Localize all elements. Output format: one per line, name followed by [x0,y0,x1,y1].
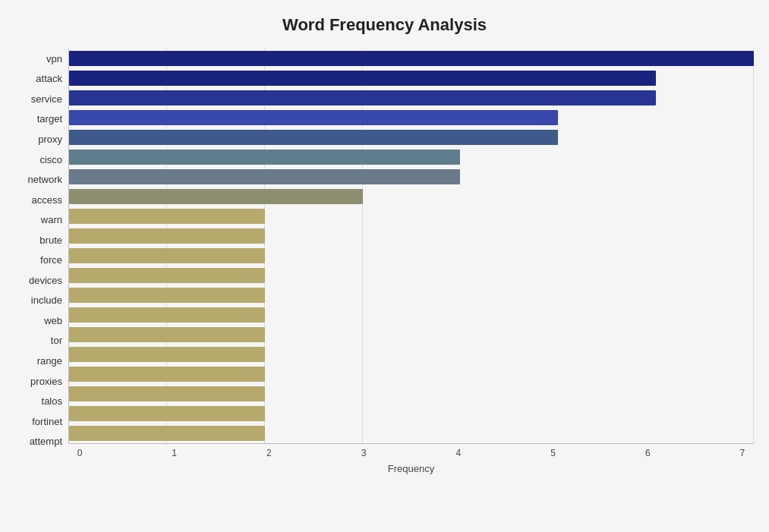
bar-row [69,228,754,244]
bar-row [69,188,754,205]
y-label: fortinet [32,411,62,431]
x-axis-label: Frequency [68,463,754,474]
chart-container: Word Frequency Analysis vpnattackservice… [0,0,769,532]
y-label: vpn [46,49,62,68]
bar-row [69,168,754,185]
bar-row [69,247,754,264]
bar-row [69,307,754,323]
y-label: tor [51,331,62,351]
bar-row [69,287,754,304]
y-label: force [40,250,62,270]
bar [69,71,656,86]
bar [69,130,558,145]
bar-row [69,208,754,225]
bar [69,209,265,224]
y-label: proxy [38,129,62,149]
y-label: service [31,89,62,109]
bar [69,189,363,204]
bar-row [69,129,754,146]
bar [69,347,265,362]
bar [69,288,265,303]
bar-row [69,326,754,343]
bar-row [69,50,754,67]
y-label: web [44,310,62,330]
bar [69,426,265,441]
bar [69,51,754,66]
bars-and-xaxis: 01234567 Frequency [68,49,754,474]
bar [69,90,656,105]
y-label: network [27,170,62,190]
bar [69,327,265,342]
chart-area: vpnattackservicetargetproxycisconetworka… [15,49,754,474]
y-label: proxies [30,371,62,391]
y-label: cisco [39,150,62,169]
bar-row [69,109,754,126]
bar-row [69,386,754,402]
y-axis: vpnattackservicetargetproxycisconetworka… [15,49,68,474]
bar-row [69,366,754,382]
bar [69,169,460,184]
chart-title: Word Frequency Analysis [15,15,754,35]
y-label: include [31,291,62,310]
bar [69,110,558,125]
y-label: warn [41,210,62,230]
bar-row [69,90,754,106]
x-tick: 2 [257,448,280,458]
bar [69,228,265,244]
bar [69,248,265,263]
y-label: talos [42,392,62,411]
y-label: attempt [30,432,62,452]
x-tick: 1 [163,448,186,458]
x-tick: 0 [68,448,91,458]
x-tick: 6 [636,448,659,458]
bar-row [69,405,754,422]
bars-section [68,49,754,444]
x-tick: 7 [731,448,754,458]
bar [69,268,265,283]
bar [69,150,460,165]
bar [69,386,265,401]
bar [69,406,265,421]
bar [69,307,265,323]
x-axis: 01234567 [68,444,754,458]
bar-row [69,70,754,87]
x-tick: 5 [542,448,565,458]
bar-row [69,425,754,442]
y-label: devices [29,270,62,290]
x-tick: 3 [352,448,375,458]
x-tick: 4 [447,448,470,458]
y-label: brute [39,230,62,250]
y-label: attack [36,69,62,89]
bar-row [69,346,754,363]
y-label: access [32,190,62,209]
bar-row [69,149,754,165]
bar [69,367,265,382]
y-label: target [37,109,62,129]
bar-row [69,267,754,284]
y-label: range [37,351,62,370]
